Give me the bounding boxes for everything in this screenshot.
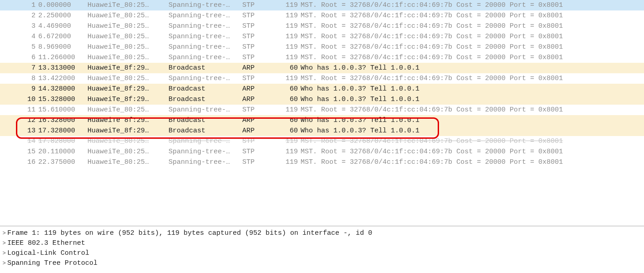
packet-source: HuaweiTe_80:25… — [87, 136, 169, 147]
packet-no: 10 — [0, 94, 38, 105]
packet-row[interactable]: 1317.328000HuaweiTe_8f:29…BroadcastARP60… — [0, 126, 644, 136]
packet-length: 60 — [271, 115, 301, 126]
detail-tree-item[interactable]: >Logical-Link Control — [0, 248, 644, 258]
packet-length: 119 — [271, 10, 301, 21]
packet-row[interactable]: 914.328000HuaweiTe_8f:29…BroadcastARP60W… — [0, 84, 644, 94]
packet-info: MST. Root = 32768/0/4c:1f:cc:04:69:7b Co… — [301, 73, 644, 84]
packet-row[interactable]: 813.422000HuaweiTe_80:25…Spanning-tree-…… — [0, 73, 644, 84]
packet-source: HuaweiTe 8f:29… — [87, 115, 169, 126]
packet-row[interactable]: 22.250000HuaweiTe_80:25…Spanning-tree-…S… — [0, 10, 644, 21]
detail-label: IEEE 802.3 Ethernet — [7, 238, 85, 248]
detail-tree-item[interactable]: >IEEE 802.3 Ethernet — [0, 238, 644, 248]
packet-time: 13.422000 — [38, 73, 87, 84]
packet-row[interactable]: 1417.828000HuaweiTe_80:25…Spanning tree … — [0, 136, 644, 147]
packet-length: 119 — [271, 147, 301, 157]
packet-info: Who has 1.0.0.3? Tell 1.0.0.1 — [301, 126, 644, 136]
packet-source: HuaweiTe_80:25… — [87, 42, 169, 52]
packet-row[interactable]: 58.969000HuaweiTe_80:25…Spanning-tree-…S… — [0, 42, 644, 52]
packet-time: 14.328000 — [38, 84, 87, 94]
packet-time: 22.375000 — [38, 157, 87, 167]
packet-destination: Spanning-tree-… — [169, 21, 242, 31]
detail-tree-item[interactable]: >Spanning Tree Protocol — [0, 258, 644, 268]
packet-info: MST. Root = 32768/0/4c:1f:cc:04:69:7b Co… — [301, 52, 644, 63]
packet-source: HuaweiTe_80:25… — [87, 157, 169, 167]
packet-protocol: STP — [242, 42, 271, 52]
packet-no: 13 — [0, 126, 38, 136]
packet-protocol: STP — [242, 73, 271, 84]
packet-length: 119 — [271, 0, 301, 10]
packet-time: 15.328000 — [38, 94, 87, 105]
expand-icon[interactable]: > — [1, 228, 7, 238]
packet-source: HuaweiTe_80:25… — [87, 147, 169, 157]
packet-time: 15.610000 — [38, 105, 87, 115]
packet-destination: Spanning-tree-… — [169, 147, 242, 157]
packet-destination: Broadcast — [169, 63, 242, 73]
packet-no: 14 — [0, 136, 38, 147]
expand-icon[interactable]: > — [1, 248, 7, 258]
packet-length: 119 — [271, 52, 301, 63]
packet-destination: Broadcast — [169, 94, 242, 105]
expand-icon[interactable]: > — [1, 258, 7, 268]
packet-row[interactable]: 10.000000HuaweiTe_80:25…Spanning-tree-…S… — [0, 0, 644, 10]
packet-length: 119 — [271, 105, 301, 115]
packet-length: 119 — [271, 73, 301, 84]
packet-protocol: STP — [242, 21, 271, 31]
packet-row[interactable]: 1520.110000HuaweiTe_80:25…Spanning-tree-… — [0, 147, 644, 157]
packet-protocol: STP — [242, 0, 271, 10]
packet-destination: Spanning-tree-… — [169, 42, 242, 52]
packet-row[interactable]: 1216.328000HuaweiTe 8f:29…BroadcastARP60… — [0, 115, 644, 126]
expand-icon[interactable]: > — [1, 238, 7, 248]
packet-time: 16.328000 — [38, 115, 87, 126]
packet-source: HuaweiTe_80:25… — [87, 21, 169, 31]
packet-details-pane[interactable]: >Frame 1: 119 bytes on wire (952 bits), … — [0, 226, 644, 273]
packet-row[interactable]: 46.672000HuaweiTe_80:25…Spanning-tree-…S… — [0, 31, 644, 42]
packet-row[interactable]: 1015.328000HuaweiTe_8f:29…BroadcastARP60… — [0, 94, 644, 105]
packet-source: HuaweiTe_80:25… — [87, 0, 169, 10]
packet-destination: Spanning-tree-… — [169, 31, 242, 42]
detail-label: Logical-Link Control — [7, 248, 89, 258]
packet-destination: Spanning-tree-… — [169, 10, 242, 21]
packet-destination: Spanning-tree-… — [169, 0, 242, 10]
packet-row[interactable]: 611.266000HuaweiTe_80:25…Spanning-tree-…… — [0, 52, 644, 63]
packet-no: 12 — [0, 115, 38, 126]
packet-protocol: ARP — [242, 63, 271, 73]
packet-no: 11 — [0, 105, 38, 115]
detail-tree-item[interactable]: >Frame 1: 119 bytes on wire (952 bits), … — [0, 228, 644, 238]
packet-info: Who has 1.0.0.3? Tell 1.0.0.1 — [301, 94, 644, 105]
packet-protocol: STP — [242, 147, 271, 157]
packet-destination: Spanning-tree-… — [169, 73, 242, 84]
packet-row[interactable]: 34.469000HuaweiTe_80:25…Spanning-tree-…S… — [0, 21, 644, 31]
packet-destination: Spanning-tree-… — [169, 105, 242, 115]
packet-protocol: STP — [242, 157, 271, 167]
packet-info: Who has 1.0.0.3? Tell 1.0.0.1 — [301, 63, 644, 73]
packet-protocol: STP — [242, 105, 271, 115]
packet-info: MST. Root = 32768/0/4c:1f:cc:04:69:7b Co… — [301, 147, 644, 157]
packet-info: MST. Root = 32768/0/4c:1f:cc:04:69:7b Co… — [301, 10, 644, 21]
packet-length: 119 — [271, 21, 301, 31]
packet-row[interactable]: 1115.610000HuaweiTe_80:25…Spanning-tree-… — [0, 105, 644, 115]
packet-protocol: ARP — [242, 94, 271, 105]
packet-no: 15 — [0, 147, 38, 157]
packet-no: 6 — [0, 52, 38, 63]
packet-no: 1 — [0, 0, 38, 10]
packet-protocol: STP — [242, 31, 271, 42]
packet-source: HuaweiTe_80:25… — [87, 105, 169, 115]
packet-source: HuaweiTe_80:25… — [87, 10, 169, 21]
packet-length: 60 — [271, 94, 301, 105]
packet-protocol: STP — [242, 136, 271, 147]
packet-no: 5 — [0, 42, 38, 52]
packet-row[interactable]: 713.313000HuaweiTe_8f:29…BroadcastARP60W… — [0, 63, 644, 73]
packet-row[interactable]: 1622.375000HuaweiTe_80:25…Spanning-tree-… — [0, 157, 644, 167]
packet-info: MST. Root = 32768/0/4c:1f:cc:04:69:7b Co… — [301, 21, 644, 31]
packet-time: 17.828000 — [38, 136, 87, 147]
packet-time: 2.250000 — [38, 10, 87, 21]
packet-time: 4.469000 — [38, 21, 87, 31]
packet-length: 119 — [271, 157, 301, 167]
packet-protocol: ARP — [242, 115, 271, 126]
packet-info: MST. Root = 32768/0/4c:1f:cc:04:69:7b Co… — [301, 105, 644, 115]
packet-time: 13.313000 — [38, 63, 87, 73]
packet-list[interactable]: 10.000000HuaweiTe_80:25…Spanning-tree-…S… — [0, 0, 644, 226]
packet-destination: Broadcast — [169, 126, 242, 136]
packet-protocol: ARP — [242, 126, 271, 136]
packet-source: HuaweiTe_8f:29… — [87, 63, 169, 73]
